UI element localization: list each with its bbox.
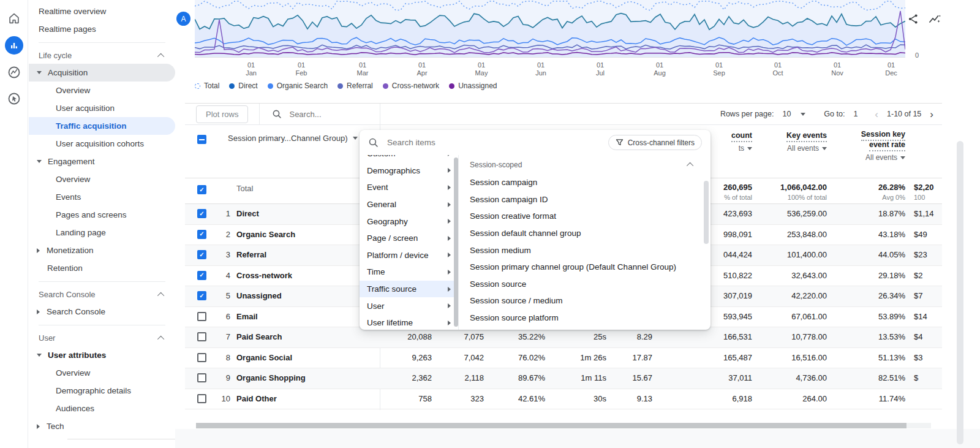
sidebar-item-monetization[interactable]: Monetization (29, 241, 175, 259)
legend-direct[interactable]: Direct (229, 82, 257, 90)
sidebar-item-user-acquisition-cohorts[interactable]: User acquisition cohorts (29, 135, 175, 153)
sidebar-item-engagement[interactable]: Engagement (29, 153, 175, 170)
search-input[interactable] (288, 109, 450, 120)
sidebar-item-search-console[interactable]: Search Console (29, 303, 175, 321)
row-checkbox[interactable] (197, 394, 206, 403)
menu-item-session-source[interactable]: Session source (465, 276, 710, 293)
sidebar-item-user-acquisition[interactable]: User acquisition (29, 99, 175, 117)
menu-category-traffic-source[interactable]: Traffic source (360, 281, 458, 298)
sidebar-item-ua-overview[interactable]: Overview (29, 364, 175, 382)
table-row[interactable]: 10 Paid Other 75832342.61%30s9.13 6,9182… (185, 389, 942, 410)
sidebar-item-traffic-acquisition[interactable]: Traffic acquisition (29, 117, 175, 135)
menu-item-session-primary-channel-group[interactable]: Session primary channel group (Default C… (465, 259, 710, 276)
prev-page-icon[interactable]: ‹ (875, 109, 878, 120)
menu-category-geography[interactable]: Geography (360, 213, 458, 230)
sidebar-item-retention[interactable]: Retention (29, 259, 175, 277)
cell-key-events: 264.00 (802, 394, 827, 403)
col-subheader-key-events[interactable]: All events (787, 144, 827, 153)
menu-item-session-source-medium[interactable]: Session source / medium (465, 292, 710, 309)
sidebar-item-events[interactable]: Events (29, 188, 175, 206)
menu-item-session-creative-format[interactable]: Session creative format (465, 208, 710, 225)
table-row[interactable]: 7 Paid Search 20,0887,07535.22%25s8.29 1… (185, 327, 942, 348)
row-checkbox[interactable] (197, 373, 206, 382)
select-all-checkbox[interactable] (197, 135, 206, 144)
cross-channel-filters-chip[interactable]: Cross-channel filters (608, 135, 702, 150)
reports-icon[interactable] (5, 36, 23, 55)
menu-item-session-default-channel-group[interactable]: Session default channel group (465, 225, 710, 242)
trending-insights-icon[interactable] (927, 11, 943, 27)
row-checkbox[interactable]: ✓ (197, 291, 206, 300)
col-header-event-count[interactable]: count (731, 131, 752, 140)
row-checkbox[interactable] (197, 312, 206, 321)
row-checkbox[interactable]: ✓ (197, 185, 206, 194)
menu-category-user-lifetime[interactable]: User lifetime (360, 314, 458, 330)
plot-rows-button[interactable]: Plot rows (196, 105, 248, 123)
sidebar-section-search-console[interactable]: Search Console (29, 286, 175, 303)
table-row[interactable]: 8 Organic Social 9,2637,04276.02%1m 26s1… (185, 348, 942, 369)
table-row[interactable]: 9 Organic Shopping 2,3622,11889.67%1m 11… (185, 368, 942, 389)
menu-category-event[interactable]: Event (360, 179, 458, 196)
row-checkbox[interactable] (197, 332, 206, 341)
sidebar-item-acquisition[interactable]: Acquisition (29, 64, 175, 82)
menu-category-platform-device[interactable]: Platform / device (360, 247, 458, 264)
home-icon[interactable] (6, 10, 23, 27)
session-scoped-section-header[interactable]: Session-scoped (465, 155, 710, 174)
sidebar-item-audiences[interactable]: Audiences (29, 400, 175, 417)
next-page-icon[interactable]: › (930, 109, 933, 120)
horizontal-scrollbar-thumb[interactable] (196, 423, 907, 428)
legend-unassigned[interactable]: Unassigned (449, 82, 497, 90)
menu-category-page-screen[interactable]: Page / screen (360, 230, 458, 247)
cell: 25s (594, 332, 606, 341)
cell-key-events: 32,643.00 (791, 271, 827, 280)
row-checkbox[interactable]: ✓ (197, 230, 206, 239)
row-checkbox[interactable] (197, 353, 206, 362)
menu-item-session-source-platform[interactable]: Session source platform (465, 309, 710, 327)
sidebar-item-landing-page[interactable]: Landing page (29, 224, 175, 241)
sidebar-section-life-cycle[interactable]: Life cycle (29, 47, 175, 64)
menu-left-scrollbar[interactable] (454, 158, 458, 327)
row-checkbox[interactable]: ✓ (197, 209, 206, 218)
rows-per-page-select[interactable]: 10 (782, 110, 805, 118)
row-checkbox[interactable]: ✓ (197, 250, 206, 259)
col-header-key-events[interactable]: Key events (786, 131, 827, 140)
sidebar-item-acq-overview[interactable]: Overview (29, 82, 175, 99)
legend-total[interactable]: Total (195, 82, 219, 90)
advertising-icon[interactable] (6, 90, 23, 107)
menu-category-demographics[interactable]: Demographics (360, 162, 458, 180)
explore-icon[interactable] (6, 64, 23, 81)
legend-organic-search[interactable]: Organic Search (268, 82, 328, 90)
menu-category-user[interactable]: User (360, 297, 458, 314)
legend-referral[interactable]: Referral (337, 82, 373, 90)
row-checkbox[interactable]: ✓ (197, 271, 206, 280)
sidebar-item-pages-and-screens[interactable]: Pages and screens (29, 206, 175, 224)
share-icon[interactable] (905, 11, 921, 27)
sidebar-item-demographic-details[interactable]: Demographic details (29, 382, 175, 400)
col-subheader-event-count[interactable]: ts (739, 144, 752, 153)
dimension-header[interactable]: Session primary...Channel Group) (228, 134, 358, 143)
sidebar-item-user-attributes[interactable]: User attributes (29, 346, 175, 364)
avatar[interactable]: A (176, 12, 190, 26)
menu-category-time[interactable]: Time (360, 264, 458, 281)
menu-category-custom[interactable]: Custom (360, 155, 458, 162)
menu-item-session-medium[interactable]: Session medium (465, 241, 710, 259)
cell: 2,362 (412, 373, 432, 382)
sidebar-item-tech[interactable]: Tech (29, 417, 175, 435)
sidebar-section-user[interactable]: User (29, 330, 175, 346)
goto-input[interactable]: 1 (853, 110, 858, 118)
sidebar-item-realtime-overview[interactable]: Realtime overview (29, 2, 175, 20)
cell-key-events: 42,220.00 (791, 291, 827, 300)
menu-right-scrollbar[interactable] (704, 181, 709, 244)
col-subheader-session-key-event-rate[interactable]: All events (865, 153, 905, 162)
col-header-session-key-event-rate[interactable]: Session key event rate (861, 130, 905, 151)
sidebar-item-eng-overview[interactable]: Overview (29, 170, 175, 188)
menu-category-general[interactable]: General (360, 196, 458, 213)
vertical-scrollbar[interactable] (957, 141, 963, 444)
menu-item-session-campaign-id[interactable]: Session campaign ID (465, 191, 710, 208)
menu-item-session-campaign[interactable]: Session campaign (465, 174, 710, 191)
menu-search-input[interactable] (386, 137, 601, 148)
legend-cross-network[interactable]: Cross-network (383, 82, 439, 90)
traffic-line-chart[interactable] (195, 0, 905, 58)
item-label: Session source platform (470, 313, 559, 322)
table-search[interactable] (272, 109, 450, 120)
sidebar-item-realtime-pages[interactable]: Realtime pages (29, 20, 175, 38)
